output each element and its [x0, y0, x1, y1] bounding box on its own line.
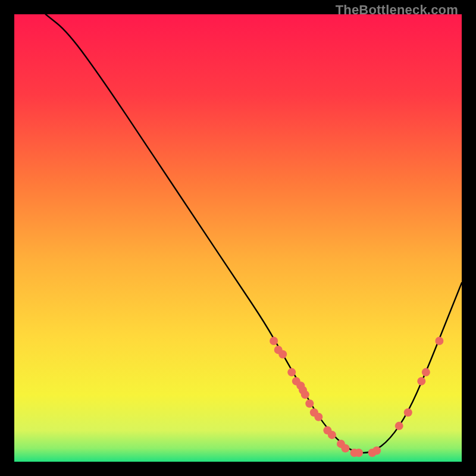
- chart-svg: [14, 14, 462, 462]
- data-marker: [314, 413, 322, 421]
- data-marker: [417, 377, 425, 386]
- data-marker: [435, 337, 443, 345]
- data-marker: [287, 368, 296, 377]
- plot-frame: [14, 14, 462, 462]
- data-marker: [301, 390, 309, 399]
- data-marker: [372, 446, 381, 455]
- data-marker: [422, 368, 430, 377]
- data-marker: [395, 422, 403, 430]
- watermark-text: TheBottleneck.com: [336, 2, 458, 18]
- data-marker: [328, 431, 336, 439]
- data-marker: [305, 399, 314, 408]
- data-marker: [404, 408, 412, 416]
- gradient-background: [14, 14, 462, 462]
- data-marker: [341, 444, 349, 452]
- data-marker: [270, 337, 278, 345]
- data-marker: [278, 350, 287, 359]
- data-marker: [355, 449, 363, 457]
